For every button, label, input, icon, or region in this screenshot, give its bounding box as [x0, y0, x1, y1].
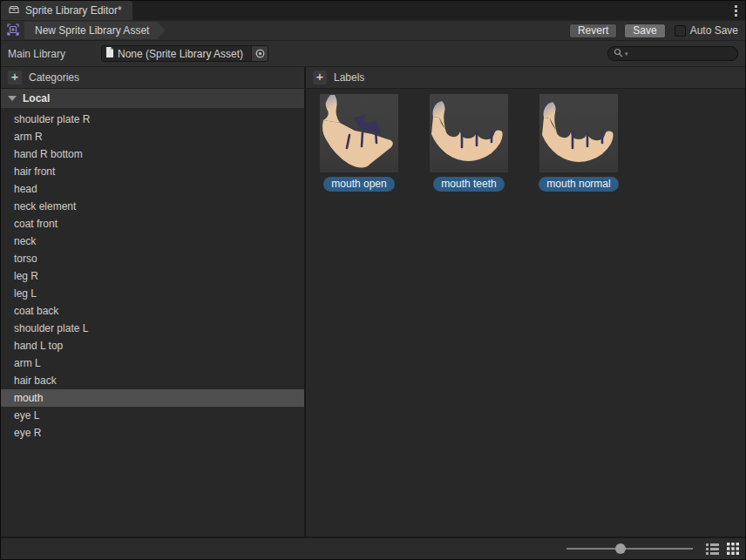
- categories-panel: Local shoulder plate R arm R hand R bott…: [1, 89, 306, 536]
- category-item[interactable]: torso: [1, 250, 304, 267]
- category-item[interactable]: coat back: [1, 302, 304, 320]
- main-library-object-field[interactable]: None (Sprite Library Asset): [101, 45, 268, 62]
- toolbar: New Sprite Library Asset Revert Save Aut…: [1, 20, 745, 41]
- main-library-row: Main Library None (Sprite Library Asset)…: [1, 41, 745, 67]
- main-library-label: Main Library: [8, 48, 101, 60]
- breadcrumb-new-sprite-library-asset[interactable]: New Sprite Library Asset: [24, 22, 165, 39]
- label-card[interactable]: mouth teeth: [430, 94, 508, 192]
- sprite-library-asset-icon: [6, 23, 20, 39]
- category-item[interactable]: arm R: [1, 128, 304, 145]
- thumbnail-size-slider[interactable]: [566, 543, 693, 555]
- grid-view-button[interactable]: [725, 542, 740, 557]
- sprite-preview-mouth-open: [320, 94, 398, 172]
- tab-sprite-library-editor[interactable]: Sprite Library Editor*: [1, 1, 132, 20]
- category-item[interactable]: arm L: [1, 354, 304, 372]
- search-icon: [614, 48, 623, 60]
- tab-title: Sprite Library Editor*: [25, 4, 122, 17]
- grid-view-icon: [727, 543, 739, 555]
- labels-title: Labels: [334, 71, 364, 84]
- content-area: Local shoulder plate R arm R hand R bott…: [1, 89, 745, 536]
- label-name-badge[interactable]: mouth open: [323, 177, 394, 192]
- labels-header: + Labels: [306, 67, 745, 89]
- category-item[interactable]: shoulder plate L: [1, 320, 304, 337]
- add-label-button[interactable]: +: [313, 71, 327, 84]
- object-picker-icon[interactable]: [251, 46, 268, 61]
- bottom-bar: [1, 536, 745, 559]
- sprite-thumbnail: [320, 94, 398, 172]
- categories-title: Categories: [29, 71, 79, 84]
- search-input[interactable]: [630, 48, 732, 60]
- sprite-thumbnail: [539, 94, 618, 172]
- label-cards: mouth open: [306, 89, 745, 192]
- category-item[interactable]: hair back: [1, 372, 304, 389]
- label-name-badge[interactable]: mouth teeth: [433, 177, 504, 192]
- sprite-library-window-icon: [8, 3, 20, 18]
- foldout-triangle-icon: [8, 96, 17, 101]
- object-field-value: None (Sprite Library Asset): [118, 48, 243, 60]
- auto-save-label: Auto Save: [690, 24, 738, 37]
- slider-thumb[interactable]: [615, 543, 626, 554]
- label-card[interactable]: mouth open: [320, 94, 398, 192]
- category-item[interactable]: neck: [1, 233, 304, 250]
- sprite-thumbnail: [430, 94, 508, 172]
- category-item[interactable]: hand L top: [1, 337, 304, 354]
- slider-track: [566, 548, 693, 550]
- labels-panel: mouth open: [306, 89, 745, 536]
- list-view-icon: [706, 543, 719, 555]
- sprite-preview-mouth-normal: [539, 94, 618, 172]
- category-list: shoulder plate R arm R hand R bottom hai…: [1, 108, 304, 536]
- category-item[interactable]: coat front: [1, 215, 304, 233]
- revert-button[interactable]: Revert: [569, 24, 617, 38]
- category-item[interactable]: hair front: [1, 163, 304, 180]
- local-group-label: Local: [23, 92, 50, 105]
- category-item[interactable]: hand R bottom: [1, 145, 304, 163]
- save-button[interactable]: Save: [624, 24, 665, 38]
- label-name-badge[interactable]: mouth normal: [539, 177, 618, 192]
- category-item[interactable]: leg L: [1, 285, 304, 302]
- window-menu-button[interactable]: [726, 1, 745, 20]
- kebab-menu-icon: [735, 5, 737, 17]
- auto-save-toggle[interactable]: Auto Save: [675, 24, 738, 37]
- category-item[interactable]: head: [1, 180, 304, 198]
- category-item[interactable]: shoulder plate R: [1, 111, 304, 128]
- view-mode-buttons: [705, 542, 740, 557]
- category-item[interactable]: leg R: [1, 267, 304, 285]
- category-item[interactable]: neck element: [1, 198, 304, 215]
- category-item[interactable]: eye L: [1, 407, 304, 424]
- auto-save-checkbox[interactable]: [675, 25, 686, 37]
- sprite-preview-mouth-teeth: [430, 94, 508, 172]
- tab-bar: Sprite Library Editor*: [1, 1, 745, 20]
- local-foldout[interactable]: Local: [1, 89, 304, 108]
- categories-header: + Categories: [1, 67, 306, 89]
- asset-file-icon: [105, 47, 114, 60]
- search-field[interactable]: ▾: [607, 46, 738, 61]
- sprite-library-editor-window: Sprite Library Editor* New Sprite Librar…: [0, 0, 746, 560]
- label-card[interactable]: mouth normal: [539, 94, 618, 192]
- category-item-selected[interactable]: mouth: [1, 389, 304, 407]
- category-item[interactable]: eye R: [1, 424, 304, 442]
- add-category-button[interactable]: +: [8, 71, 22, 84]
- breadcrumb-label: New Sprite Library Asset: [35, 24, 149, 37]
- list-view-button[interactable]: [705, 542, 720, 557]
- search-filter-caret-icon: ▾: [625, 51, 628, 57]
- panel-headers: + Categories + Labels: [1, 67, 745, 89]
